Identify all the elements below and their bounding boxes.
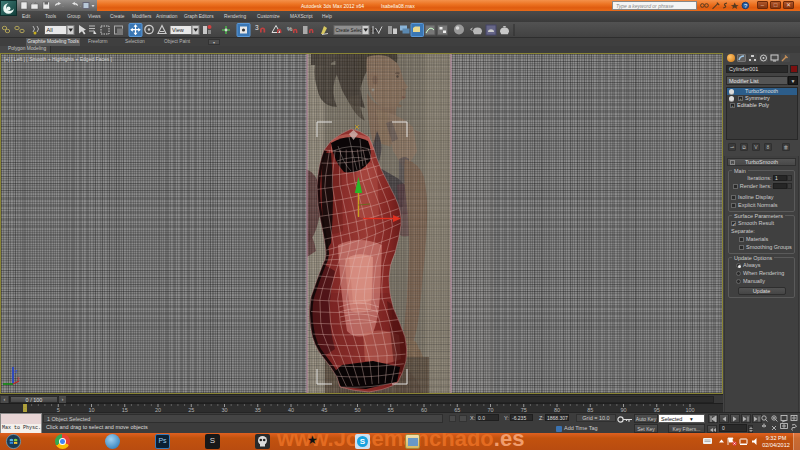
svg-text:z: z — [15, 368, 18, 374]
svg-text:%: % — [287, 26, 293, 32]
svg-text:All: All — [47, 27, 53, 33]
svg-text:x: x — [17, 375, 20, 381]
svg-text:3: 3 — [255, 24, 259, 31]
svg-text:View: View — [172, 27, 184, 33]
svg-text:?: ? — [744, 3, 747, 9]
svg-text:Create Selection Se: Create Selection Se — [336, 28, 377, 33]
